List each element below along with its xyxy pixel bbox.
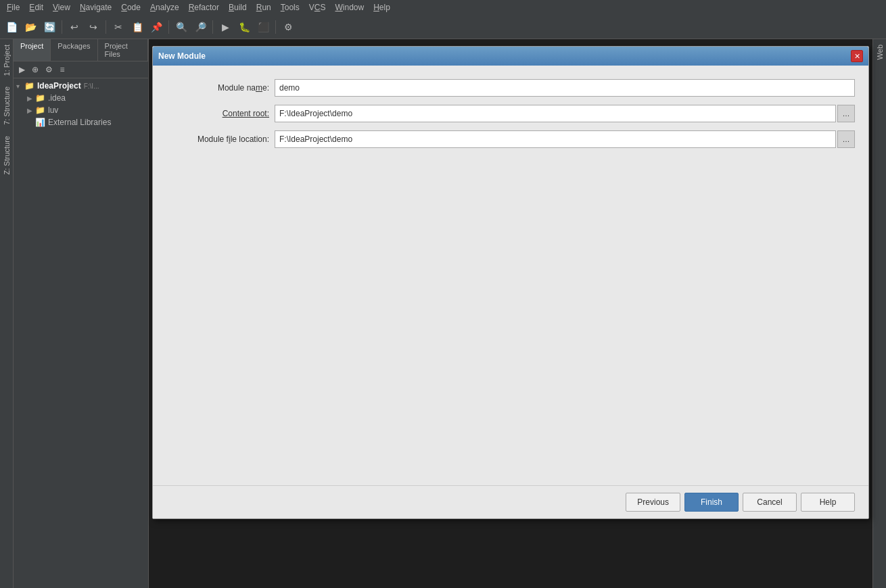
dialog-title: New Module	[158, 51, 206, 61]
modal-overlay: New Module ✕ Module name:	[149, 39, 872, 588]
browse-content-root-button[interactable]: …	[837, 105, 855, 122]
tree-root-label: IdeaProject	[37, 81, 81, 91]
toolbar-paste[interactable]: 📌	[147, 18, 165, 36]
menu-run[interactable]: Run	[252, 1, 275, 14]
toolbar-open[interactable]: 📂	[22, 18, 39, 36]
tree-item-external-label: External Libraries	[48, 118, 111, 127]
label-content-root: Content root:	[166, 109, 275, 118]
toolbar-run[interactable]: ▶	[216, 18, 234, 36]
menu-file[interactable]: File	[3, 1, 24, 14]
toolbar-undo[interactable]: ↩	[66, 18, 83, 36]
folder-icon-idea: 📁	[35, 93, 45, 103]
menu-view[interactable]: View	[49, 1, 74, 14]
sidebar-tab-project[interactable]: 1: Project	[0, 39, 14, 81]
toolbar: 📄 📂 🔄 ↩ ↪ ✂ 📋 📌 🔍 🔎 ▶ 🐛 ⬛ ⚙	[0, 15, 886, 39]
menu-vcs[interactable]: VCS	[305, 1, 330, 14]
menu-edit[interactable]: Edit	[25, 1, 47, 14]
toolbar-settings[interactable]: ⚙	[279, 18, 297, 36]
toolbar-stop[interactable]: ⬛	[254, 18, 272, 36]
arrow-root: ▾	[16, 82, 24, 90]
project-toolbar: ▶ ⊕ ⚙ ≡	[14, 62, 148, 78]
toolbar-cut[interactable]: ✂	[110, 18, 127, 36]
tree-item-idea-label: .idea	[48, 93, 66, 103]
menu-tools[interactable]: Tools	[277, 1, 304, 14]
label-module-name: Module name:	[166, 83, 275, 93]
toolbar-search[interactable]: 🔍	[172, 18, 190, 36]
toolbar-sep-2	[106, 20, 106, 34]
label-module-file: Module file location:	[166, 134, 275, 144]
form-row-module-name: Module name:	[166, 79, 855, 97]
tab-packages[interactable]: Packages	[51, 39, 97, 61]
main-content: New Module ✕ Module name:	[149, 39, 872, 588]
dialog-footer: Previous Finish Cancel Help	[153, 485, 868, 518]
cancel-button[interactable]: Cancel	[743, 493, 797, 512]
toolbar-sep-5	[275, 20, 276, 34]
toolbar-replace[interactable]: 🔎	[191, 18, 209, 36]
toolbar-sep-3	[168, 20, 169, 34]
right-sidebar: Web	[872, 39, 886, 588]
sidebar-tab-web[interactable]: Web	[873, 39, 887, 65]
arrow-idea: ▶	[27, 95, 35, 102]
tree-root[interactable]: ▾ 📁 IdeaProject F:\I...	[14, 80, 148, 92]
ide-layout: 1: Project 7: Structure Z: Structure Pro…	[0, 39, 886, 588]
help-button[interactable]: Help	[801, 493, 855, 512]
project-tree: ▾ 📁 IdeaProject F:\I... ▶ 📁 .idea ▶ 📁 lu…	[14, 78, 148, 588]
new-module-dialog: New Module ✕ Module name:	[152, 46, 869, 519]
browse-module-file-button[interactable]: …	[837, 130, 855, 148]
project-panel: Project Packages Project Files ▶ ⊕ ⚙ ≡ ▾…	[14, 39, 149, 588]
folder-icon-root: 📁	[24, 81, 34, 91]
form-row-module-file: Module file location: …	[166, 130, 855, 148]
tab-project-files[interactable]: Project Files	[98, 39, 148, 61]
tree-item-idea[interactable]: ▶ 📁 .idea	[14, 92, 148, 104]
project-toolbar-btn-2[interactable]: ⊕	[28, 63, 42, 76]
sidebar-tab-z[interactable]: Z: Structure	[0, 130, 14, 180]
input-content-root[interactable]	[275, 105, 836, 122]
dialog-close-button[interactable]: ✕	[851, 50, 863, 62]
project-toolbar-btn-1[interactable]: ▶	[15, 63, 28, 76]
toolbar-sep-4	[212, 20, 213, 34]
arrow-luv: ▶	[27, 107, 35, 114]
tree-item-external[interactable]: 📊 External Libraries	[14, 116, 148, 128]
previous-button[interactable]: Previous	[626, 493, 680, 512]
tree-item-luv-label: luv	[48, 105, 58, 115]
toolbar-new[interactable]: 📄	[3, 18, 20, 36]
menu-navigate[interactable]: Navigate	[76, 1, 116, 14]
project-toolbar-btn-4[interactable]: ≡	[55, 63, 69, 76]
toolbar-sync[interactable]: 🔄	[41, 18, 58, 36]
menu-help[interactable]: Help	[369, 1, 394, 14]
toolbar-sep-1	[62, 20, 62, 34]
library-icon: 📊	[35, 118, 45, 127]
sidebar-tab-structure[interactable]: 7: Structure	[0, 81, 14, 130]
menu-bar: File Edit View Navigate Code Analyze Ref…	[0, 0, 886, 15]
toolbar-debug[interactable]: 🐛	[235, 18, 253, 36]
toolbar-redo[interactable]: ↪	[85, 18, 102, 36]
dialog-body: Module name: Content root: …	[153, 66, 868, 485]
input-module-file-location[interactable]	[275, 130, 836, 148]
toolbar-copy[interactable]: 📋	[129, 18, 146, 36]
dialog-titlebar: New Module ✕	[153, 47, 868, 66]
tree-item-luv[interactable]: ▶ 📁 luv	[14, 104, 148, 116]
form-row-content-root: Content root: …	[166, 105, 855, 122]
project-tabs: Project Packages Project Files	[14, 39, 148, 62]
finish-button[interactable]: Finish	[684, 493, 739, 512]
folder-icon-luv: 📁	[35, 105, 45, 115]
input-module-name[interactable]	[275, 79, 855, 97]
menu-window[interactable]: Window	[331, 1, 368, 14]
tree-root-path: F:\I...	[84, 82, 99, 90]
menu-build[interactable]: Build	[225, 1, 251, 14]
tab-project[interactable]: Project	[14, 39, 51, 61]
menu-code[interactable]: Code	[117, 1, 145, 14]
left-sidebar: 1: Project 7: Structure Z: Structure	[0, 39, 14, 588]
menu-analyze[interactable]: Analyze	[146, 1, 183, 14]
menu-refactor[interactable]: Refactor	[185, 1, 223, 14]
project-toolbar-btn-3[interactable]: ⚙	[42, 63, 55, 76]
